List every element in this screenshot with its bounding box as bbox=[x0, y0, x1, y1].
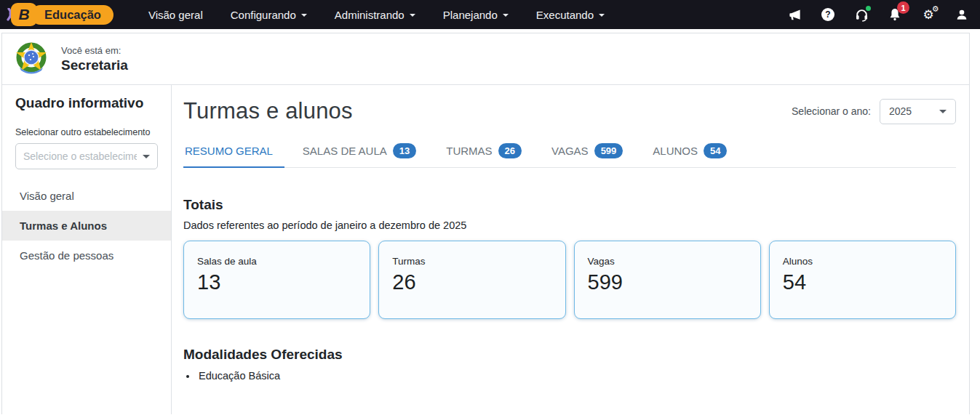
tab-count-badge: 54 bbox=[704, 143, 727, 158]
gears-icon: ⚙⚙ bbox=[923, 9, 933, 21]
year-select-value: 2025 bbox=[889, 105, 912, 117]
card-value: 26 bbox=[392, 270, 551, 294]
menu-item-visao-geral[interactable]: Visão geral bbox=[148, 9, 203, 21]
totals-section: Totais Dados referentes ao período de ja… bbox=[183, 197, 956, 319]
online-status-dot bbox=[864, 4, 872, 12]
card-label: Vagas bbox=[588, 256, 747, 267]
card-alunos: Alunos 54 bbox=[769, 241, 956, 319]
tab-turmas[interactable]: TURMAS 26 bbox=[445, 142, 523, 167]
megaphone-icon bbox=[788, 8, 802, 22]
main-menu: Visão geral Configurando Administrando P… bbox=[148, 9, 605, 21]
card-label: Turmas bbox=[392, 256, 551, 267]
totals-cards: Salas de aula 13 Turmas 26 Vagas 599 Alu… bbox=[183, 241, 956, 319]
card-value: 54 bbox=[783, 270, 942, 294]
menu-item-executando[interactable]: Executando bbox=[536, 9, 605, 21]
establishment-select[interactable]: Selecione o estabelecimen... bbox=[15, 143, 158, 169]
chevron-down-icon bbox=[143, 155, 150, 158]
brand-label: Educação bbox=[31, 5, 113, 25]
page-title: Turmas e alunos bbox=[183, 98, 353, 124]
sidebar-item-visao-geral[interactable]: Visão geral bbox=[2, 181, 171, 211]
card-turmas: Turmas 26 bbox=[378, 241, 565, 319]
breadcrumb: Você está em: Secretaria bbox=[2, 33, 969, 85]
sidebar-title: Quadro informativo bbox=[2, 95, 171, 111]
top-navbar: B Educação Visão geral Configurando Admi… bbox=[0, 0, 980, 29]
brazil-coat-of-arms-logo bbox=[14, 41, 49, 76]
chevron-down-icon bbox=[410, 14, 415, 17]
help-button[interactable]: ? bbox=[820, 7, 836, 23]
year-select[interactable]: 2025 bbox=[880, 99, 956, 124]
tab-count-badge: 599 bbox=[594, 143, 624, 158]
brand-b-mark: B bbox=[11, 3, 37, 26]
notification-count-badge: 1 bbox=[897, 1, 909, 14]
modalities-heading: Modalidades Oferecidas bbox=[183, 347, 956, 363]
sidebar-nav: Visão geral Turmas e Alunos Gestão de pe… bbox=[2, 181, 171, 270]
navbar-icon-group: ? 1 ⚙⚙ bbox=[786, 7, 970, 23]
modalities-section: Modalidades Oferecidas Educação Básica bbox=[183, 347, 956, 382]
establishment-select-placeholder: Selecione o estabelecimen... bbox=[23, 150, 137, 162]
card-label: Salas de aula bbox=[197, 256, 356, 267]
chevron-down-icon bbox=[599, 14, 605, 17]
support-button[interactable] bbox=[853, 7, 869, 23]
main-content: Turmas e alunos Selecionar o ano: 2025 R… bbox=[172, 85, 969, 414]
chevron-down-icon bbox=[939, 110, 947, 113]
chevron-down-icon bbox=[301, 14, 307, 17]
tab-salas-de-aula[interactable]: SALAS DE AULA 13 bbox=[301, 142, 418, 167]
tab-count-badge: 13 bbox=[393, 143, 416, 158]
year-selector-group: Selecionar o ano: 2025 bbox=[792, 99, 956, 124]
year-select-label: Selecionar o ano: bbox=[792, 105, 871, 117]
totals-heading: Totais bbox=[183, 197, 956, 213]
breadcrumb-text: Você está em: Secretaria bbox=[61, 45, 128, 73]
content-panel: Você está em: Secretaria Quadro informat… bbox=[1, 33, 970, 414]
card-label: Alunos bbox=[783, 256, 942, 267]
tab-bar: RESUMO GERAL SALAS DE AULA 13 TURMAS 26 … bbox=[183, 142, 956, 168]
sidebar-item-turmas-e-alunos[interactable]: Turmas e Alunos bbox=[2, 211, 171, 241]
tab-count-badge: 26 bbox=[498, 143, 522, 158]
card-vagas: Vagas 599 bbox=[574, 241, 761, 319]
card-salas-de-aula: Salas de aula 13 bbox=[183, 241, 370, 319]
card-value: 599 bbox=[588, 270, 747, 294]
establishment-select-label: Selecionar outro estabelecimento bbox=[2, 127, 171, 137]
tab-vagas[interactable]: VAGAS 599 bbox=[550, 142, 624, 167]
tab-alunos[interactable]: ALUNOS 54 bbox=[651, 142, 728, 167]
notifications-button[interactable]: 1 bbox=[887, 7, 903, 23]
modalities-list: Educação Básica bbox=[197, 370, 956, 382]
card-value: 13 bbox=[197, 270, 356, 294]
user-icon bbox=[955, 8, 968, 21]
breadcrumb-current-page: Secretaria bbox=[61, 57, 128, 73]
breadcrumb-prefix: Você está em: bbox=[61, 45, 128, 56]
sidebar: Quadro informativo Selecionar outro esta… bbox=[2, 85, 172, 414]
totals-subtitle: Dados referentes ao período de janeiro a… bbox=[183, 219, 956, 231]
modality-item: Educação Básica bbox=[197, 370, 956, 382]
profile-button[interactable] bbox=[954, 7, 970, 23]
brand-logo[interactable]: B Educação bbox=[6, 3, 113, 26]
menu-item-administrando[interactable]: Administrando bbox=[335, 9, 415, 21]
announcements-button[interactable] bbox=[786, 7, 802, 23]
tab-resumo-geral[interactable]: RESUMO GERAL bbox=[183, 142, 274, 167]
menu-item-configurando[interactable]: Configurando bbox=[231, 9, 307, 21]
chevron-down-icon bbox=[503, 14, 509, 17]
menu-item-planejando[interactable]: Planejando bbox=[443, 9, 509, 21]
question-mark-icon: ? bbox=[821, 8, 834, 21]
sidebar-item-gestao-de-pessoas[interactable]: Gestão de pessoas bbox=[2, 241, 171, 270]
settings-button[interactable]: ⚙⚙ bbox=[920, 7, 936, 23]
